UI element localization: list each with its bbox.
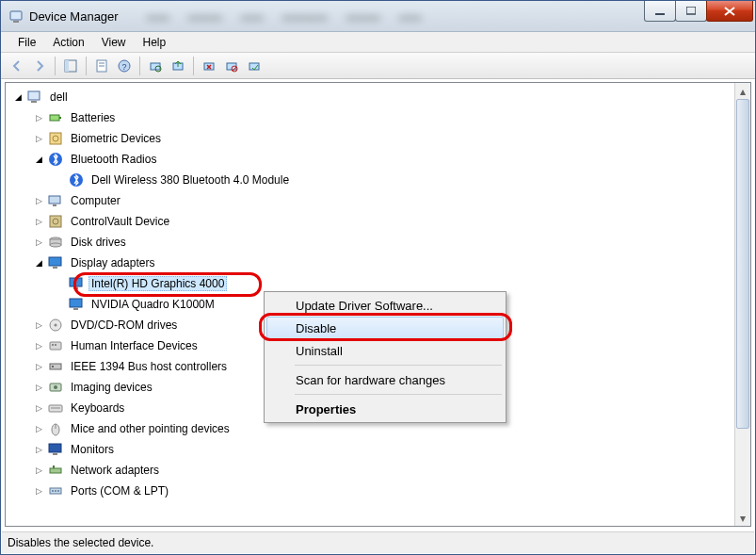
help-button[interactable]: ?	[114, 56, 135, 76]
disk-icon	[47, 234, 64, 251]
ctx-uninstall[interactable]: Uninstall	[266, 339, 504, 362]
display-icon	[47, 254, 64, 271]
expand-icon[interactable]: ▷	[32, 401, 45, 415]
ctx-separator	[295, 365, 502, 366]
expand-icon[interactable]: ▷	[32, 339, 45, 352]
window-controls	[645, 1, 753, 22]
tree-node[interactable]: ▷Network adapters	[9, 460, 731, 481]
collapse-icon[interactable]: ◢	[32, 256, 45, 269]
expand-icon[interactable]: ▷	[32, 484, 45, 498]
vertical-scrollbar[interactable]: ▴ ▾	[734, 83, 750, 526]
titlebar[interactable]: Device Manager ▬▬▬▬▬▬▬▬▬▬▬▬▬▬▬▬	[1, 1, 755, 32]
tree-node-label: Intel(R) HD Graphics 4000	[88, 276, 227, 291]
tree-node[interactable]: ▷ControlVault Device	[9, 211, 731, 232]
tree-node-label: Ports (COM & LPT)	[68, 483, 171, 498]
menu-view[interactable]: View	[94, 34, 134, 51]
tree-node-label: Mice and other pointing devices	[68, 421, 233, 436]
svg-rect-21	[50, 115, 59, 121]
collapse-icon[interactable]: ◢	[32, 153, 45, 166]
update-driver-button[interactable]	[168, 56, 188, 76]
scroll-thumb[interactable]	[736, 99, 749, 429]
show-hide-tree-button[interactable]	[60, 56, 81, 76]
expand-icon[interactable]: ▷	[32, 464, 45, 477]
expander-none	[53, 277, 66, 290]
port-icon	[47, 482, 64, 499]
window-title: Device Manager	[29, 9, 119, 24]
collapse-icon[interactable]: ◢	[11, 90, 24, 104]
nav-forward-button[interactable]	[29, 56, 50, 76]
tree-node-label: IEEE 1394 Bus host controllers	[68, 359, 230, 374]
ctx-label: Uninstall	[296, 344, 343, 358]
expand-icon[interactable]: ▷	[32, 318, 45, 332]
tree-node[interactable]: ▷Disk drives	[9, 232, 731, 253]
svg-rect-43	[52, 344, 54, 346]
tree-node[interactable]: ▷Monitors	[9, 439, 731, 460]
tree-node-label: Biometric Devices	[68, 131, 164, 146]
tree-node[interactable]: ▷Computer	[9, 190, 731, 211]
uninstall-button[interactable]	[199, 56, 219, 76]
expand-icon[interactable]: ▷	[32, 194, 45, 207]
expand-icon[interactable]: ▷	[32, 422, 45, 435]
tree-node-label: ControlVault Device	[68, 214, 172, 229]
tree-node-label: Human Interface Devices	[68, 338, 201, 353]
expander-none	[53, 298, 66, 311]
svg-rect-1	[13, 21, 19, 23]
tree-node[interactable]: ▷Ports (COM & LPT)	[9, 481, 731, 501]
context-menu: Update Driver Software... Disable Uninst…	[264, 291, 507, 423]
scroll-down-button[interactable]: ▾	[735, 510, 750, 526]
ctx-label: Disable	[296, 321, 336, 335]
mouse-icon	[47, 420, 64, 437]
ctx-scan[interactable]: Scan for hardware changes	[266, 368, 504, 391]
enable-button[interactable]	[244, 56, 265, 76]
minimize-button[interactable]	[644, 1, 676, 22]
expand-icon[interactable]: ▷	[32, 111, 45, 124]
ieee-icon	[47, 358, 64, 375]
expand-icon[interactable]: ▷	[32, 236, 45, 249]
biometric-icon	[47, 130, 64, 147]
svg-rect-3	[686, 7, 696, 14]
tree-node-label: Computer	[68, 193, 123, 208]
properties-button[interactable]	[91, 56, 112, 76]
scan-hardware-button[interactable]	[145, 56, 166, 76]
scroll-up-button[interactable]: ▴	[735, 83, 750, 99]
menu-file[interactable]: File	[10, 34, 43, 51]
ctx-disable[interactable]: Disable	[266, 317, 504, 339]
battery-icon	[47, 109, 64, 126]
tree-node[interactable]: ▷Batteries	[9, 107, 731, 128]
expand-icon[interactable]: ▷	[32, 132, 45, 145]
toolbar-separator	[55, 57, 56, 75]
toolbar-separator	[86, 57, 87, 75]
menu-action[interactable]: Action	[45, 34, 91, 51]
menu-help[interactable]: Help	[136, 34, 174, 51]
expand-icon[interactable]: ▷	[32, 443, 45, 456]
tree-node-label: Network adapters	[68, 463, 162, 478]
network-icon	[47, 462, 64, 479]
nav-back-button[interactable]	[7, 56, 27, 76]
expand-icon[interactable]: ▷	[32, 360, 45, 373]
disable-button[interactable]	[221, 56, 242, 76]
expand-icon[interactable]: ▷	[32, 215, 45, 228]
computerRoot-icon	[26, 89, 43, 106]
tree-node-label: Imaging devices	[68, 380, 155, 395]
tree-node-label: Disk drives	[68, 235, 129, 250]
svg-rect-36	[70, 278, 82, 286]
ctx-properties[interactable]: Properties	[266, 398, 504, 420]
tree-node-label: Display adapters	[68, 255, 157, 270]
svg-rect-37	[73, 287, 78, 289]
svg-rect-39	[73, 308, 78, 310]
ctx-update-driver[interactable]: Update Driver Software...	[266, 294, 504, 317]
tree-node-label: dell	[47, 90, 71, 105]
tree-node[interactable]: ▷Biometric Devices	[9, 128, 731, 149]
tree-node-label: DVD/CD-ROM drives	[68, 318, 180, 333]
tree-node[interactable]: Dell Wireless 380 Bluetooth 4.0 Module	[9, 170, 731, 190]
toolbar: ?	[1, 53, 755, 79]
expand-icon[interactable]: ▷	[32, 381, 45, 394]
tree-node-label: Bluetooth Radios	[68, 152, 159, 167]
close-button[interactable]	[706, 1, 753, 22]
display-icon	[68, 296, 85, 313]
tree-node[interactable]: ◢Display adapters	[9, 253, 731, 273]
hid-icon	[47, 337, 64, 354]
tree-node[interactable]: ◢dell	[9, 87, 731, 107]
tree-node[interactable]: ◢Bluetooth Radios	[9, 149, 731, 170]
maximize-button[interactable]	[675, 1, 707, 22]
